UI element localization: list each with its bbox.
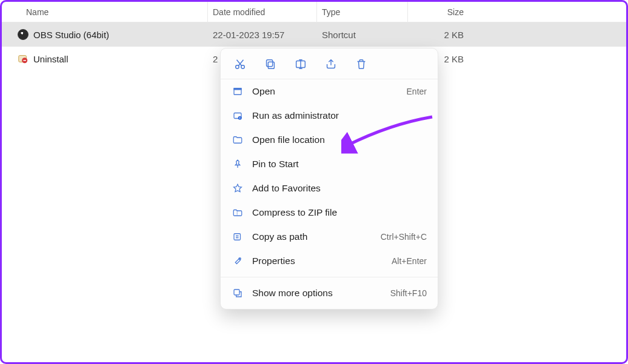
copy-icon[interactable] (263, 57, 278, 71)
svg-rect-4 (268, 62, 274, 68)
column-header-date[interactable]: Date modified (208, 2, 317, 22)
menu-label: Compress to ZIP file (252, 207, 427, 218)
more-options-icon (232, 287, 244, 299)
delete-icon[interactable] (354, 57, 369, 71)
file-size: 2 KB (408, 30, 469, 40)
file-type: Shortcut (317, 30, 408, 40)
column-header-size[interactable]: Size (408, 2, 469, 22)
table-row[interactable]: OBS Studio (64bit) 22-01-2023 19:57 Shor… (2, 22, 626, 47)
svg-rect-13 (234, 290, 239, 295)
pin-icon (232, 158, 244, 170)
open-icon (232, 85, 244, 98)
menu-label: Pin to Start (252, 159, 427, 170)
column-header-type[interactable]: Type (317, 2, 408, 22)
menu-item-open[interactable]: Open Enter (221, 79, 438, 104)
file-date: 22-01-2023 19:57 (208, 30, 317, 40)
obs-icon (18, 29, 28, 40)
menu-shortcut: Enter (407, 87, 427, 96)
menu-item-zip[interactable]: Compress to ZIP file (221, 200, 438, 225)
menu-item-copy-path[interactable]: Copy as path Ctrl+Shift+C (221, 225, 438, 249)
copy-path-icon (232, 231, 244, 243)
svg-rect-5 (267, 60, 273, 67)
column-header-row: Name Date modified Type Size (2, 2, 626, 22)
quick-actions-row (221, 48, 438, 79)
file-name: Uninstall (33, 54, 68, 64)
context-menu: Open Enter Run as administrator Open fil… (220, 48, 438, 309)
menu-label: Run as administrator (252, 110, 427, 121)
shield-icon (232, 110, 244, 122)
cut-icon[interactable] (233, 57, 247, 71)
menu-item-more-options[interactable]: Show more options Shift+F10 (221, 281, 438, 305)
menu-shortcut: Alt+Enter (392, 256, 427, 266)
menu-label: Copy as path (252, 231, 381, 242)
folder-icon (232, 134, 244, 146)
menu-label: Show more options (252, 288, 390, 299)
menu-shortcut: Shift+F10 (390, 288, 427, 298)
svg-rect-11 (234, 234, 241, 240)
share-icon[interactable] (324, 57, 338, 71)
column-header-name[interactable]: Name (2, 2, 208, 22)
wrench-icon (232, 255, 244, 267)
uninstall-icon (18, 53, 28, 64)
menu-label: Open file location (252, 134, 427, 145)
file-name: OBS Studio (64bit) (33, 30, 109, 40)
menu-item-properties[interactable]: Properties Alt+Enter (221, 249, 438, 273)
menu-label: Add to Favorites (252, 183, 427, 194)
zip-icon (232, 207, 244, 219)
menu-item-pin-start[interactable]: Pin to Start (221, 152, 438, 176)
menu-item-favorites[interactable]: Add to Favorites (221, 176, 438, 200)
rename-icon[interactable] (293, 57, 308, 71)
menu-label: Properties (252, 256, 392, 266)
svg-rect-8 (234, 88, 241, 90)
menu-item-open-location[interactable]: Open file location (221, 128, 438, 152)
menu-label: Open (252, 86, 407, 97)
menu-item-run-admin[interactable]: Run as administrator (221, 104, 438, 128)
star-icon (232, 182, 244, 194)
menu-shortcut: Ctrl+Shift+C (381, 232, 427, 242)
menu-separator (221, 277, 438, 277)
